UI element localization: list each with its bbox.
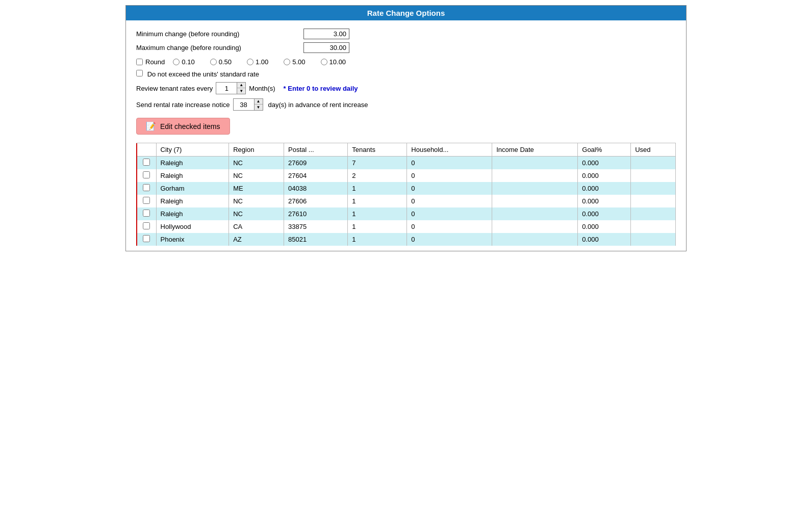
round-checkbox[interactable]: [136, 59, 143, 65]
table-cell: [631, 182, 676, 195]
round-checkbox-label[interactable]: Round: [136, 58, 165, 66]
table-cell: [492, 182, 578, 195]
table-cell: CA: [229, 220, 284, 233]
table-cell: 0.000: [578, 182, 631, 195]
notice-label-before: Send rental rate increase notice: [136, 101, 230, 109]
table-cell: NC: [229, 195, 284, 207]
max-change-input[interactable]: [303, 42, 349, 53]
notice-spin-down[interactable]: ▼: [255, 105, 263, 110]
table-cell: NC: [229, 169, 284, 182]
row-checkbox-cell[interactable]: [137, 207, 156, 220]
table-row: PhoenixAZ85021100.000: [137, 233, 676, 246]
table-cell: 27606: [284, 195, 348, 207]
min-change-input[interactable]: [303, 29, 349, 39]
table-cell: NC: [229, 157, 284, 170]
notice-spinbox[interactable]: ▲ ▼: [233, 98, 263, 111]
content-area: Minimum change (before rounding) Maximum…: [126, 20, 686, 251]
row-checkbox[interactable]: [143, 184, 150, 191]
table-cell: 1: [348, 195, 407, 207]
exceed-label: Do not exceed the units' standard rate: [147, 70, 259, 78]
edit-btn-container: 📝 Edit checked items: [136, 115, 676, 141]
col-header-city: City (7): [156, 143, 229, 157]
row-checkbox[interactable]: [143, 222, 150, 229]
table-cell: [492, 233, 578, 246]
table-cell: 1: [348, 182, 407, 195]
row-checkbox[interactable]: [143, 197, 150, 204]
row-checkbox-cell[interactable]: [137, 182, 156, 195]
row-checkbox-cell[interactable]: [137, 195, 156, 207]
max-change-label: Maximum change (before rounding): [136, 44, 299, 51]
row-checkbox-cell[interactable]: [137, 233, 156, 246]
notice-label-after: day(s) in advance of rent increase: [268, 101, 368, 109]
table-cell: Phoenix: [156, 233, 229, 246]
table-cell: 1: [348, 233, 407, 246]
table-cell: [631, 195, 676, 207]
table-cell: AZ: [229, 233, 284, 246]
col-header-postal: Postal ...: [284, 143, 348, 157]
row-checkbox-cell[interactable]: [137, 220, 156, 233]
table-cell: Raleigh: [156, 195, 229, 207]
row-checkbox[interactable]: [143, 210, 150, 217]
table-cell: 0.000: [578, 169, 631, 182]
row-checkbox-cell[interactable]: [137, 169, 156, 182]
round-radio-5.00[interactable]: 5.00: [284, 58, 305, 66]
review-spin-down[interactable]: ▼: [237, 88, 245, 94]
table-cell: 1: [348, 220, 407, 233]
table-cell: 0: [407, 220, 492, 233]
exceed-checkbox[interactable]: [136, 70, 143, 76]
review-spin-up[interactable]: ▲: [237, 83, 245, 88]
row-checkbox-cell[interactable]: [137, 157, 156, 170]
table-cell: 0: [407, 182, 492, 195]
notice-spin-up[interactable]: ▲: [255, 99, 263, 105]
table-cell: Raleigh: [156, 157, 229, 170]
min-change-label: Minimum change (before rounding): [136, 30, 299, 38]
round-radio-1.00[interactable]: 1.00: [247, 58, 268, 66]
round-radio-0.50[interactable]: 0.50: [210, 58, 232, 66]
col-header-income-date: Income Date: [492, 143, 578, 157]
col-header-region: Region: [229, 143, 284, 157]
table-cell: 0: [407, 169, 492, 182]
max-change-row: Maximum change (before rounding): [136, 42, 676, 53]
notice-spin-arrows: ▲ ▼: [254, 99, 263, 110]
col-header-goal-pct: Goal%: [578, 143, 631, 157]
review-label-before: Review tenant rates every: [136, 85, 213, 92]
edit-icon: 📝: [146, 121, 156, 131]
table-cell: 27610: [284, 207, 348, 220]
table-cell: [631, 157, 676, 170]
table-cell: [492, 169, 578, 182]
exceed-row: Do not exceed the units' standard rate: [136, 70, 676, 78]
review-input[interactable]: [216, 83, 237, 94]
table-cell: [492, 207, 578, 220]
notice-input[interactable]: [234, 99, 254, 110]
col-header-used: Used: [631, 143, 676, 157]
table-row: RaleighNC27610100.000: [137, 207, 676, 220]
table-row: RaleighNC27609700.000: [137, 157, 676, 170]
row-checkbox[interactable]: [143, 159, 150, 166]
table-cell: 0: [407, 195, 492, 207]
main-window: Rate Change Options Minimum change (befo…: [125, 5, 687, 251]
round-label: Round: [145, 58, 165, 66]
table-cell: 27604: [284, 169, 348, 182]
review-spinbox[interactable]: ▲ ▼: [216, 82, 246, 94]
table-cell: [631, 220, 676, 233]
table-cell: Raleigh: [156, 207, 229, 220]
table-cell: 7: [348, 157, 407, 170]
data-table: City (7) Region Postal ... Tenants House…: [136, 143, 676, 246]
table-cell: 0.000: [578, 195, 631, 207]
table-row: HollywoodCA33875100.000: [137, 220, 676, 233]
row-checkbox[interactable]: [143, 171, 150, 178]
round-radio-0.10[interactable]: 0.10: [173, 58, 194, 66]
min-change-row: Minimum change (before rounding): [136, 29, 676, 39]
table-header-row: City (7) Region Postal ... Tenants House…: [137, 143, 676, 157]
min-max-block: Minimum change (before rounding) Maximum…: [136, 29, 676, 53]
exceed-checkbox-label[interactable]: Do not exceed the units' standard rate: [136, 70, 259, 78]
table-cell: [492, 195, 578, 207]
table-cell: [631, 233, 676, 246]
round-radio-10.00[interactable]: 10.00: [321, 58, 346, 66]
table-row: RaleighNC27606100.000: [137, 195, 676, 207]
table-cell: ME: [229, 182, 284, 195]
edit-checked-button[interactable]: 📝 Edit checked items: [136, 118, 230, 135]
row-checkbox[interactable]: [143, 235, 150, 242]
table-cell: 04038: [284, 182, 348, 195]
table-cell: 0: [407, 207, 492, 220]
